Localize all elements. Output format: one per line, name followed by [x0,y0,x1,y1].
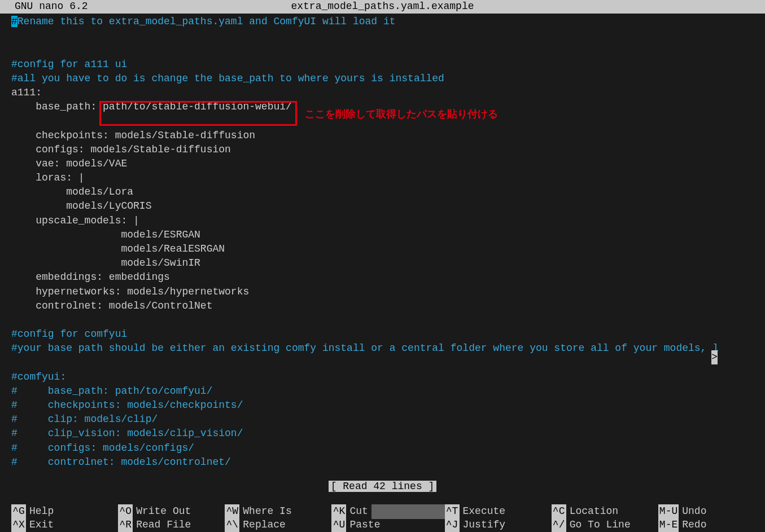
editor-line: #all you have to do is change the base_p… [11,72,765,86]
shortcut-label: Justify [463,518,506,532]
shortcut-key: ^R [118,518,133,532]
editor-line: hypernetworks: models/hypernetworks [11,285,765,299]
shortcut-replace[interactable]: ^\Replace [225,518,331,532]
shortcut-key: ^K [331,504,346,518]
shortcut-label: Help [29,504,54,518]
title-bar: GNU nano 6.2 extra_model_paths.yaml.exam… [0,0,765,14]
shortcut-label: Cut [349,504,368,518]
shortcut-where-is[interactable]: ^WWhere Is [225,505,331,518]
shortcut-key: ^T [445,504,460,518]
shortcut-label: Write Out [136,504,191,518]
shortcut-help[interactable]: ^GHelp [11,505,118,518]
editor-line: checkpoints: models/Stable-diffusion [11,129,765,143]
shortcut-key: ^X [11,518,26,532]
editor-line: #config for comfyui [11,327,765,341]
shortcut-go-to-line[interactable]: ^/Go To Line [552,518,658,532]
shortcut-label: Paste [349,518,380,532]
shortcut-key: ^G [11,504,26,518]
shortcut-label: Execute [463,504,506,518]
editor-line: # clip: models/clip/ [11,412,765,427]
shortcut-key: ^/ [552,518,566,532]
status-text: [ Read 42 lines ] [329,481,437,492]
editor-line: upscale_models: | [11,214,765,228]
annotation-text: ここを削除して取得したパスを貼り付ける [305,107,498,121]
truncate-marker: > [711,350,718,364]
shortcut-label: Exit [29,518,54,532]
editor-line: #Rename this to extra_model_paths.yaml a… [11,15,765,29]
shortcut-label: Undo [682,504,706,518]
shortcut-label: Read File [136,518,191,532]
editor-line: # clip_vision: models/clip_vision/ [11,427,765,441]
file-name: extra_model_paths.yaml.example [0,0,765,14]
status-message: [ Read 42 lines ] [0,480,765,494]
editor-line: configs: models/Stable-diffusion [11,143,765,157]
shortcut-write-out[interactable]: ^OWrite Out [118,505,225,518]
shortcut-label: Redo [682,518,706,532]
shortcut-location[interactable]: ^CLocation [552,505,658,518]
shortcut-label: Where Is [243,504,291,518]
shortcut-key: ^O [118,504,133,518]
editor-line: controlnet: models/ControlNet [11,299,765,313]
shortcut-label: Go To Line [570,518,631,532]
shortcut-paste[interactable]: ^UPaste [331,518,444,532]
shortcut-label: Location [570,504,618,518]
editor-line [11,43,765,57]
editor-line: # base_path: path/to/comfyui/ [11,384,765,398]
editor-line: # checkpoints: models/checkpoints/ [11,398,765,412]
editor-line: # controlnet: models/controlnet/ [11,455,765,469]
shortcut-cut[interactable]: ^KCut [331,505,444,518]
editor-line: # configs: models/configs/ [11,441,765,455]
editor-content[interactable]: #Rename this to extra_model_paths.yaml a… [0,14,765,469]
editor-line: models/ESRGAN [11,228,765,242]
editor-line: #your base path should be either an exis… [11,341,765,355]
shortcut-read-file[interactable]: ^RRead File [118,518,225,532]
shortcut-redo[interactable]: M-ERedo [658,518,765,532]
editor-line: a111: [11,86,765,100]
shortcut-execute[interactable]: ^TExecute [445,505,552,518]
editor-name: GNU nano 6.2 [1,0,88,14]
shortcut-key: ^\ [225,518,239,532]
editor-line: models/LyCORIS [11,199,765,213]
editor-line: #config for a111 ui [11,58,765,72]
shortcut-bar: ^GHelp^OWrite Out^WWhere Is^KCut ^TExecu… [11,505,765,532]
editor-line: vae: models/VAE [11,157,765,171]
editor-line [11,356,765,370]
shortcut-key: M-U [658,504,679,518]
shortcut-key: ^C [552,504,566,518]
cursor-indicator [371,504,445,518]
editor-line: embeddings: embeddings [11,270,765,284]
editor-line: models/Lora [11,185,765,199]
editor-line: #comfyui: [11,370,765,384]
shortcut-label: Replace [243,518,286,532]
editor-line [11,313,765,327]
shortcut-key: ^J [445,518,460,532]
shortcut-key: ^U [331,518,346,532]
editor-line: loras: | [11,171,765,185]
editor-line: models/SwinIR [11,256,765,270]
shortcut-exit[interactable]: ^XExit [11,518,118,532]
shortcut-key: M-E [658,518,679,532]
shortcut-key: ^W [225,504,239,518]
editor-line [11,29,765,43]
shortcut-justify[interactable]: ^JJustify [445,518,552,532]
shortcut-undo[interactable]: M-UUndo [658,505,765,518]
editor-line: models/RealESRGAN [11,242,765,256]
